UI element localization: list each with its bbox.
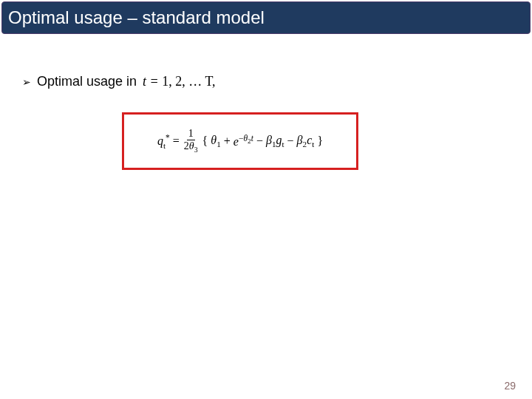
bullet-line: ➢ Optimal usage in t = 1, 2, … T, bbox=[22, 74, 510, 89]
eq-exp: e−θ2t bbox=[233, 134, 253, 149]
eq-rbrace: } bbox=[317, 134, 323, 148]
equation: qt* = 1 2θ3 { θ1 + e−θ2t − β1gt − β2ct } bbox=[157, 129, 323, 154]
eq-beta2c: β2ct bbox=[297, 134, 315, 149]
eq-minus2: − bbox=[287, 134, 294, 148]
slide-title-bar: Optimal usage – standard model bbox=[1, 1, 531, 34]
content-area: ➢ Optimal usage in t = 1, 2, … T, bbox=[22, 74, 510, 89]
equation-box: qt* = 1 2θ3 { θ1 + e−θ2t − β1gt − β2ct } bbox=[122, 112, 358, 170]
eq-plus: + bbox=[224, 134, 231, 148]
page-number: 29 bbox=[504, 380, 516, 392]
eq-lbrace: { bbox=[202, 134, 208, 148]
eq-lhs: qt* bbox=[157, 133, 170, 150]
eq-equals: = bbox=[173, 134, 180, 148]
eq-beta1g: β1gt bbox=[266, 134, 284, 149]
eq-theta1: θ1 bbox=[211, 134, 220, 149]
eq-fraction: 1 2θ3 bbox=[183, 129, 200, 154]
eq-minus1: − bbox=[256, 134, 263, 148]
bullet-text: Optimal usage in bbox=[37, 74, 137, 89]
arrow-bullet-icon: ➢ bbox=[22, 76, 31, 88]
slide-title: Optimal usage – standard model bbox=[8, 7, 265, 28]
inline-math: t = 1, 2, … T, bbox=[143, 74, 216, 89]
